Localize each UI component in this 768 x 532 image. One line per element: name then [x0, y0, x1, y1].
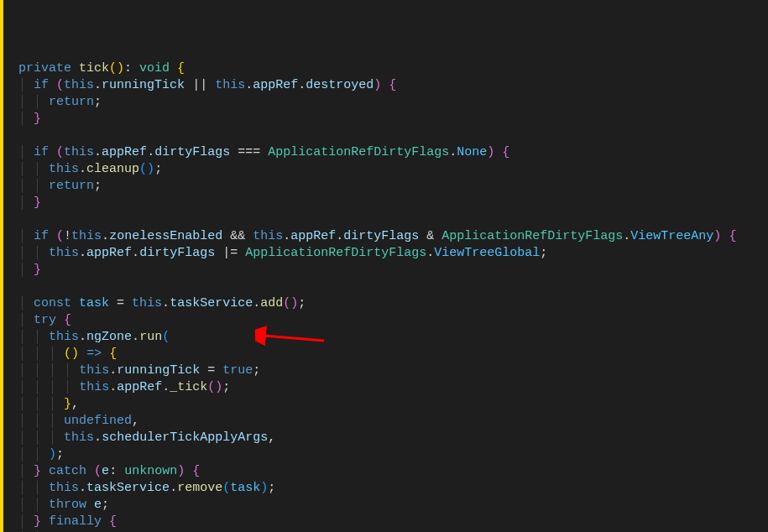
token-punct	[381, 78, 389, 92]
token-punct: .	[79, 246, 86, 260]
token-paren: {	[64, 313, 71, 327]
token-prop: taskService	[86, 481, 170, 495]
token-kw: this	[79, 363, 109, 378]
token-kw: private	[18, 61, 79, 76]
token-prop: zonelessEnabled	[109, 229, 222, 243]
token-punct	[71, 296, 79, 310]
token-prop: appRef	[86, 246, 132, 260]
token-prop: dirtyFlags	[139, 246, 215, 260]
code-line: │ if (this.appRef.dirtyFlags === Applica…	[18, 144, 736, 161]
token-punct	[49, 145, 56, 159]
token-prop: dirtyFlags	[154, 145, 230, 159]
token-punct: .	[426, 246, 434, 260]
token-punct	[102, 514, 109, 529]
token-paren3: }	[64, 397, 71, 411]
token-kw: this	[49, 330, 79, 344]
code-line: │ │ this.appRef.dirtyFlags |= Applicatio…	[18, 245, 736, 262]
token-prop: runningTick	[117, 363, 200, 378]
token-kw: if	[34, 78, 49, 92]
token-punct: ;	[540, 246, 547, 260]
token-op: &	[419, 229, 441, 243]
token-paren: }	[34, 514, 41, 529]
token-prop: appRef	[253, 78, 298, 92]
token-kw: if	[34, 145, 49, 159]
token-paren: ()	[207, 380, 222, 394]
token-punct: .	[170, 481, 177, 495]
token-var: e	[102, 464, 109, 478]
token-kw: this	[49, 246, 79, 260]
token-kw: this	[64, 430, 94, 445]
token-punct: .	[336, 229, 343, 243]
token-kw: this	[253, 229, 283, 243]
code-line: │ try {	[18, 312, 736, 329]
token-fn: tick	[79, 61, 109, 76]
code-editor: private tick(): void {│ if (this.running…	[0, 0, 768, 532]
token-paren: {	[389, 78, 396, 92]
token-const: task	[79, 296, 109, 310]
token-punct: .	[245, 78, 253, 92]
code-line: │ │ );	[18, 446, 736, 463]
token-paren3: ()	[64, 347, 79, 361]
token-punct: .	[109, 363, 117, 378]
token-punct: ;	[154, 162, 162, 176]
token-punct: .	[132, 330, 139, 344]
token-kw: return	[49, 179, 94, 193]
token-paren: )	[177, 464, 185, 478]
token-type: ApplicationRefDirtyFlags	[268, 145, 449, 159]
token-paren: (	[56, 145, 64, 159]
token-kw: undefined	[64, 414, 132, 428]
code-line: │ │ this.cleanup();	[18, 161, 736, 178]
token-punct	[41, 514, 49, 529]
token-type: unknown	[124, 464, 177, 478]
token-punct: .	[79, 162, 86, 176]
token-punct	[185, 464, 192, 478]
token-op: =	[109, 296, 132, 310]
token-paren2: ()	[139, 162, 154, 176]
code-line: │ }	[18, 111, 736, 128]
token-op: &&	[222, 229, 253, 243]
token-const: task	[230, 481, 260, 495]
token-punct: ,	[268, 430, 275, 445]
token-kw: this	[132, 296, 162, 310]
token-punct	[86, 464, 94, 478]
code-area[interactable]: private tick(): void {│ if (this.running…	[3, 0, 736, 532]
token-paren: {	[729, 229, 736, 243]
token-kw: =>	[86, 347, 102, 361]
token-punct: ,	[132, 414, 139, 428]
token-type: ApplicationRefDirtyFlags	[441, 229, 623, 243]
token-paren: }	[34, 263, 41, 277]
token-punct: .	[94, 145, 102, 159]
token-paren: }	[34, 196, 41, 210]
token-kw: try	[34, 313, 56, 327]
token-punct: :	[124, 61, 139, 76]
token-punct: ;	[222, 380, 230, 394]
token-paren: )	[487, 145, 494, 159]
code-line: │ │ │ │ this.runningTick = true;	[18, 362, 736, 379]
token-kw: if	[34, 229, 49, 243]
token-prop: appRef	[102, 145, 147, 159]
token-prop: ngZone	[86, 330, 132, 344]
token-punct: .	[147, 145, 154, 159]
token-punct: .	[79, 481, 86, 495]
token-punct: :	[109, 464, 124, 478]
code-line: │ const task = this.taskService.add();	[18, 295, 736, 312]
token-kw: throw	[49, 498, 86, 512]
code-line: │ if (this.runningTick || this.appRef.de…	[18, 77, 736, 94]
token-punct: .	[132, 246, 139, 260]
code-line: │ │ throw e;	[18, 497, 736, 514]
token-op: =	[200, 363, 222, 378]
token-punct	[102, 347, 109, 361]
token-kw: this	[71, 229, 102, 243]
code-line: │ } catch (e: unknown) {	[18, 463, 736, 480]
token-paren2: )	[49, 447, 56, 462]
token-kw: finally	[49, 514, 102, 529]
token-punct: .	[298, 78, 306, 92]
token-paren2: (	[222, 481, 230, 495]
token-kw: this	[49, 162, 79, 176]
token-punct: ;	[102, 498, 109, 512]
token-type: void	[139, 61, 170, 76]
token-punct: ;	[94, 179, 102, 193]
token-paren: (	[56, 78, 64, 92]
token-kw: true	[222, 363, 253, 378]
token-punct: .	[162, 380, 170, 394]
